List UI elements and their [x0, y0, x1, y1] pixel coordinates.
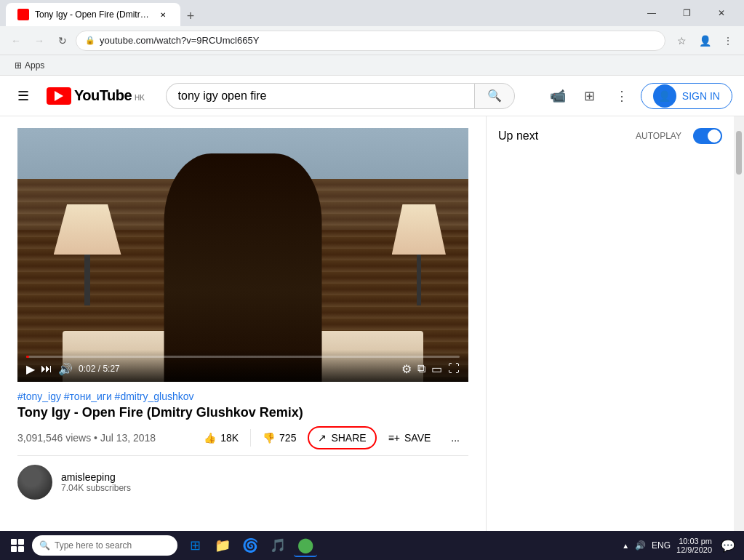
minimize-button[interactable]: —: [635, 0, 668, 26]
autoplay-container: AUTOPLAY: [636, 128, 722, 144]
edge-button[interactable]: 🌀: [239, 534, 262, 557]
channel-avatar[interactable]: [17, 465, 52, 500]
notifications-button[interactable]: 💬: [718, 535, 738, 556]
win-quad-3: [11, 546, 17, 552]
apps-button[interactable]: ⊞: [577, 83, 603, 109]
autoplay-toggle[interactable]: [693, 128, 722, 144]
theater-button[interactable]: ▭: [431, 362, 442, 376]
save-icon: ≡+: [388, 432, 400, 444]
youtube-header: ☰ YouTube HK 🔍 📹 ⊞ ⋮ 👤 SIGN IN: [0, 76, 744, 116]
like-button[interactable]: 👍 18K: [195, 428, 247, 448]
video-player[interactable]: ▶ ⏭ 🔊 0:02 / 5:27: [17, 128, 468, 382]
page-scrollbar[interactable]: [734, 116, 744, 560]
clock-time: 10:03 pm: [676, 537, 712, 545]
vlc-button[interactable]: 🎵: [266, 534, 289, 557]
tab-bar: Tony Igy - Open Fire (Dmitry Glu... ✕ +: [6, 0, 635, 26]
taskbar-search[interactable]: 🔍 Type here to search: [32, 535, 177, 556]
new-tab-button[interactable]: +: [180, 6, 201, 26]
share-button[interactable]: ↗ SHARE: [308, 426, 376, 449]
tab-close-button[interactable]: ✕: [157, 9, 169, 20]
hamburger-icon: ☰: [17, 88, 29, 104]
save-label: SAVE: [404, 432, 431, 444]
apps-grid-icon: ⊞: [15, 60, 22, 71]
sign-in-button[interactable]: 👤 SIGN IN: [641, 83, 732, 109]
tab-title: Tony Igy - Open Fire (Dmitry Glu...: [35, 9, 151, 20]
bookmark-apps[interactable]: ⊞ Apps: [9, 59, 50, 72]
video-section: ▶ ⏭ 🔊 0:02 / 5:27: [0, 116, 486, 560]
back-button[interactable]: ←: [6, 31, 26, 51]
system-clock[interactable]: 10:03 pm 12/9/2020: [676, 537, 712, 554]
address-text: youtube.com/watch?v=9RCUmcl665Y: [100, 35, 656, 46]
task-view-button[interactable]: ⊞: [183, 534, 207, 557]
settings-button[interactable]: ⚙: [401, 362, 412, 376]
volume-button[interactable]: 🔊: [58, 362, 73, 376]
channel-avatar-image: [17, 465, 52, 500]
like-icon: 👍: [204, 432, 216, 444]
browser-controls: ← → ↻ 🔒 youtube.com/watch?v=9RCUmcl665Y …: [0, 26, 744, 55]
notifications-button[interactable]: ⋮: [609, 83, 635, 109]
like-count: 18K: [220, 432, 239, 444]
header-actions: 📹 ⊞ ⋮ 👤 SIGN IN: [545, 83, 732, 109]
time-display: 0:02 / 5:27: [79, 364, 120, 374]
volume-icon: 🔊: [58, 362, 73, 376]
video-actions: 👍 18K 👎 725 ↗ SHARE ≡+ SAVE: [195, 426, 468, 449]
play-icon: ▶: [26, 362, 35, 376]
up-next-header: Up next AUTOPLAY: [498, 128, 722, 144]
forward-button[interactable]: →: [29, 31, 49, 51]
more-options-button[interactable]: ⋮: [718, 31, 738, 51]
video-lamp-left: [54, 204, 121, 306]
channel-row: amisleeping 7.04K subscribers: [17, 465, 468, 500]
address-bar[interactable]: 🔒 youtube.com/watch?v=9RCUmcl665Y: [76, 31, 665, 51]
channel-info: amisleeping 7.04K subscribers: [61, 471, 468, 493]
fullscreen-button[interactable]: ⛶: [448, 362, 460, 375]
profile-button[interactable]: 👤: [695, 31, 715, 51]
video-content: [17, 128, 468, 382]
youtube-region: HK: [135, 94, 145, 102]
win-quad-2: [18, 539, 24, 545]
more-actions-button[interactable]: ...: [442, 428, 468, 448]
apps-grid-icon: ⊞: [584, 88, 595, 104]
win-quad-1: [11, 539, 17, 545]
dislike-icon: 👎: [263, 432, 275, 444]
video-views: 3,091,546 views • Jul 13, 2018: [17, 432, 195, 444]
video-create-button[interactable]: 📹: [545, 83, 571, 109]
star-button[interactable]: ☆: [671, 31, 692, 51]
miniplayer-button[interactable]: ⧉: [417, 362, 425, 375]
speaker-icon[interactable]: 🔊: [635, 540, 646, 551]
search-button[interactable]: 🔍: [474, 83, 515, 109]
channel-subscribers: 7.04K subscribers: [61, 483, 468, 493]
start-button[interactable]: [6, 534, 29, 557]
video-hashtags[interactable]: #tony_igy #тони_иги #dmitry_glushkov: [17, 391, 468, 402]
active-tab[interactable]: Tony Igy - Open Fire (Dmitry Glu... ✕: [6, 3, 180, 26]
save-button[interactable]: ≡+ SAVE: [380, 428, 440, 448]
up-next-label: Up next: [498, 129, 538, 143]
youtube-logo-text: YouTube: [74, 87, 132, 104]
bookmarks-bar: ⊞ Apps: [0, 55, 744, 76]
lamp-body-right: [417, 255, 421, 305]
search-input[interactable]: [166, 83, 474, 109]
settings-icon: ⚙: [401, 362, 412, 376]
channel-name[interactable]: amisleeping: [61, 471, 468, 483]
menu-button[interactable]: ☰: [12, 84, 35, 108]
sign-in-label: SIGN IN: [682, 90, 720, 102]
next-button[interactable]: ⏭: [41, 362, 52, 375]
video-title: Tony Igy - Open Fire (Dmitry Glushkov Re…: [17, 405, 468, 420]
reload-button[interactable]: ↻: [52, 31, 73, 51]
play-button[interactable]: ▶: [26, 362, 35, 376]
maximize-button[interactable]: ❐: [670, 0, 703, 26]
taskbar-search-placeholder: Type here to search: [55, 540, 132, 551]
video-person: [164, 153, 322, 382]
show-hidden-button[interactable]: ▲: [622, 542, 629, 550]
chrome-button[interactable]: ⬤: [294, 534, 317, 557]
action-divider: [250, 429, 251, 447]
scrollbar-thumb: [736, 131, 742, 175]
close-button[interactable]: ✕: [705, 0, 738, 26]
share-label: SHARE: [331, 432, 366, 444]
lock-icon: 🔒: [85, 36, 95, 45]
video-meta-row: 3,091,546 views • Jul 13, 2018 👍 18K 👎 7…: [17, 426, 468, 456]
video-camera-icon: 📹: [550, 88, 566, 104]
dislike-button[interactable]: 👎 725: [254, 428, 305, 448]
progress-bar[interactable]: [26, 356, 460, 358]
file-explorer-button[interactable]: 📁: [211, 534, 234, 557]
youtube-logo[interactable]: YouTube HK: [47, 87, 145, 105]
